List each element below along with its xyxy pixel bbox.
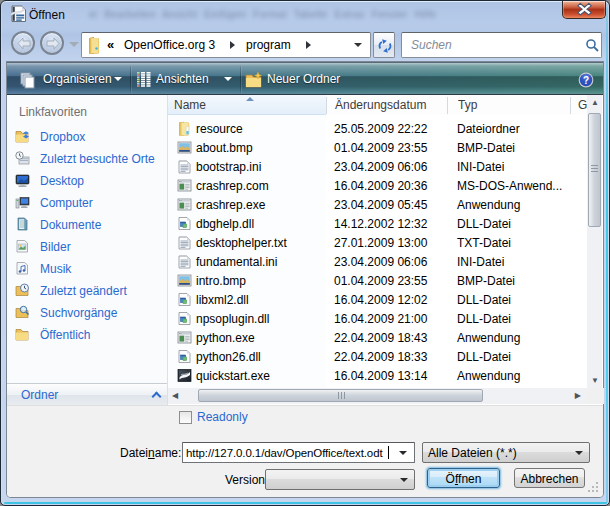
svg-text:?: ? [583, 75, 589, 86]
